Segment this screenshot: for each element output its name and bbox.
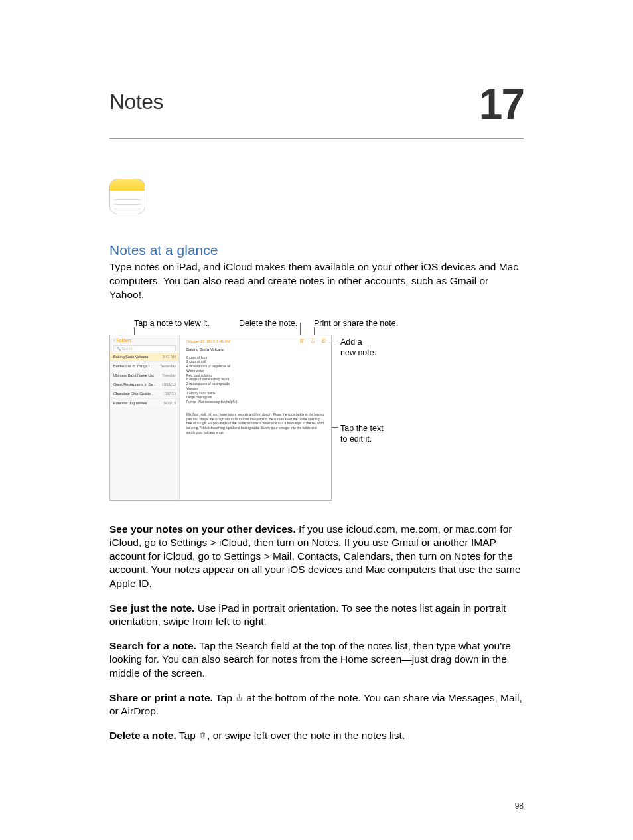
intro-paragraph: Type notes on iPad, and iCloud makes the…	[109, 260, 524, 302]
list-item[interactable]: Potential dog names9/26/13	[110, 399, 179, 408]
chapter-header: Notes 17	[109, 90, 524, 139]
list-item[interactable]: Great Restaurants in Sa...10/11/13	[110, 380, 179, 390]
note-body[interactable]: 6 cups of flour 2 cups of salt 4 tablesp…	[186, 355, 324, 404]
ipad-sidebar: ‹ Folders 🔍 Search Baking Soda Volcano9:…	[110, 335, 180, 500]
compose-icon[interactable]	[321, 337, 327, 345]
section-heading: Notes at a glance	[109, 242, 524, 258]
para-sync: See your notes on your other devices. If…	[109, 523, 524, 591]
ipad-mock: ‹ Folders 🔍 Search Baking Soda Volcano9:…	[109, 335, 332, 501]
chapter-number: 17	[479, 90, 524, 120]
page-number: 98	[515, 801, 524, 811]
trash-icon[interactable]	[299, 337, 305, 345]
callout-tap-text: Tap the text to edit it.	[340, 423, 384, 445]
callout-tap-note: Tap a note to view it.	[134, 318, 210, 329]
search-input[interactable]: 🔍 Search	[113, 345, 176, 351]
share-icon	[235, 693, 244, 702]
notes-app-icon	[109, 179, 145, 214]
callout-delete: Delete the note.	[239, 318, 297, 329]
share-icon[interactable]	[310, 337, 316, 345]
notes-screenshot-figure: Tap a note to view it. Delete the note. …	[109, 318, 524, 504]
chapter-title: Notes	[109, 90, 163, 114]
trash-icon	[198, 731, 207, 740]
para-search: Search for a note. Tap the Search field …	[109, 639, 524, 681]
list-item[interactable]: Ultimate Band Name ListTuesday	[110, 371, 179, 380]
para-portrait: See just the note. Use iPad in portrait …	[109, 602, 524, 629]
list-item[interactable]: Baking Soda Volcano9:41 AM	[110, 353, 179, 362]
ipad-note-pane: October 22, 2013, 9:41 AM Baking Soda Vo…	[180, 335, 331, 500]
page-content: Notes 17 Notes at a glance Type notes on…	[0, 0, 633, 742]
list-item[interactable]: Chocolate Chip Cookie...10/7/13	[110, 390, 179, 399]
para-share: Share or print a note. Tap at the bottom…	[109, 691, 524, 718]
back-button[interactable]: ‹ Folders	[110, 335, 179, 344]
list-item[interactable]: Bucket List of Things t...Yesterday	[110, 362, 179, 371]
para-delete: Delete a note. Tap , or swipe left over …	[109, 729, 524, 743]
note-title[interactable]: Baking Soda Volcano	[186, 347, 324, 351]
callout-share: Print or share the note.	[314, 318, 398, 329]
note-paragraph[interactable]: Mix flour, salt, oil, and water into a s…	[186, 412, 324, 435]
callout-add: Add a new note.	[340, 337, 376, 359]
